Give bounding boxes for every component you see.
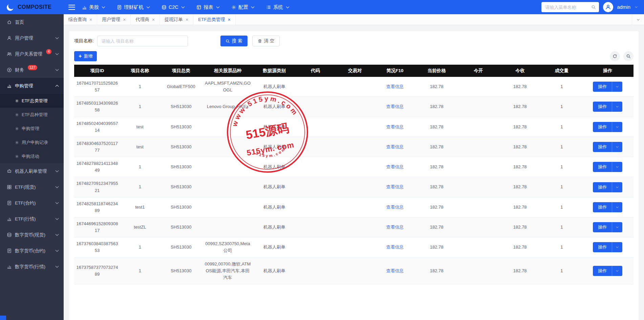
tab-etf-category-management[interactable]: ETF总类管理× [193,14,236,25]
view-info-link[interactable]: 查看信息 [386,268,404,273]
row-action-button[interactable]: 操作 [593,102,622,112]
add-button[interactable]: + 新增 [74,51,97,61]
cell-project-id: 1674825811874623489 [74,197,120,217]
cell-actions: 操作 [582,157,634,177]
refresh-button[interactable] [610,51,620,61]
logo[interactable]: COMPOSITE [0,0,64,14]
sidebar-item-label: 用户关系管理 [15,51,42,57]
tab-agents[interactable]: 代理商× [131,14,160,25]
sidebar-subitem-etf-variety-management[interactable]: ETF品种管理 [0,108,64,122]
grid-icon [7,185,12,190]
sidebar-subitem-subscription-manage[interactable]: 申购管理 [0,122,64,135]
cell-project-id: 1673758737707327489 [74,257,120,284]
sidebar-item-etf-contract[interactable]: ETF(合约) [0,195,64,211]
tab-withdrawal-orders[interactable]: 提现订单× [160,14,193,25]
cell-current-price: 182.78 [415,137,458,157]
row-action-button[interactable]: 操作 [593,182,622,192]
nav-menu-item-c2c[interactable]: C2C [162,4,186,10]
cell-actions: 操作 [582,97,634,117]
etf-table: 项目ID项目名称项目总类相关股票品种数据源类别代码交易对简况F10当前价格今开今… [74,65,634,284]
view-info-link[interactable]: 查看信息 [386,144,404,149]
row-action-button[interactable]: 操作 [593,82,622,92]
table-row: 16748503134309826581SH513030Lenovo Group… [74,97,634,117]
row-action-button[interactable]: 操作 [593,122,622,132]
nav-menu-item-system[interactable]: 系统 [266,4,290,10]
cell-trade-pair [335,257,375,284]
tab-close-icon[interactable]: × [89,17,92,22]
cell-current-price: 182.78 [415,257,458,284]
tab-comprehensive-query[interactable]: 综合查询× [64,14,97,25]
sidebar-item-subscription-management[interactable]: 申购管理 [0,78,64,94]
sidebar-item-etf-spot[interactable]: ETF(现货) [0,179,64,195]
sidebar-subitem-subscription-activity[interactable]: 申购活动 [0,149,64,163]
sidebar-item-etf-market[interactable]: ETF(行情) [0,211,64,227]
sidebar-item-crypto-market[interactable]: 数字货币(行情) [0,259,64,275]
tab-close-icon[interactable]: × [152,17,155,22]
menu-collapse-icon[interactable] [68,5,75,10]
avatar[interactable] [603,2,613,12]
sidebar-item-robot-order-management[interactable]: 机器人刷单管理 [0,163,64,179]
user-name[interactable]: admin [617,4,631,10]
row-action-button[interactable]: 操作 [593,222,622,232]
sidebar-item-crypto-contract[interactable]: 数字货币(合约) [0,243,64,259]
cell-project-name: test1 [120,197,160,217]
user-menu-chevron-icon[interactable] [635,5,638,9]
sidebar-subitem-user-subscription-records[interactable]: 用户申购记录 [0,135,64,149]
cell-data-source: 机器人刷单 [253,97,296,117]
view-info-link[interactable]: 查看信息 [386,84,404,89]
project-name-input[interactable] [97,36,188,46]
view-info-link[interactable]: 查看信息 [386,164,404,169]
view-info-link[interactable]: 查看信息 [386,184,404,189]
row-action-button[interactable]: 操作 [593,142,622,152]
sidebar-collapse-button[interactable] [0,316,6,320]
chevron-down-icon [55,67,60,72]
sidebar-item-crypto-spot[interactable]: 数字货币(现货) [0,227,64,243]
cell-stocks: Lenovo Group ,HKEx [202,97,253,117]
tab-close-icon[interactable]: × [123,17,126,22]
search-button[interactable]: 搜 索 [220,36,248,46]
cell-open [458,217,499,237]
cell-data-source: 机器人刷单 [253,257,296,284]
sidebar-item-user-relation-management[interactable]: 用户关系管理4 [0,46,64,62]
row-action-button[interactable]: 操作 [593,162,622,172]
cell-open [458,137,499,157]
sidebar-item-home[interactable]: 首页 [0,14,64,30]
menu-search-input[interactable] [541,2,599,12]
nav-menu-item-us-stocks[interactable]: 美股 [82,4,106,10]
view-info-link[interactable]: 查看信息 [386,124,404,129]
table-row: 1674825811874623489test1SH513030机器人刷单查看信… [74,197,634,217]
chevron-down-icon [55,216,60,221]
sidebar-item-finance[interactable]: 财务127 [0,62,64,78]
chevron-down-icon [616,269,619,273]
nav-menu-item-config[interactable]: 配置 [231,4,255,10]
nav-menu-item-reports[interactable]: 报表 [196,4,220,10]
menu-search [541,2,599,12]
logo-swoosh-icon [5,2,15,12]
view-info-link[interactable]: 查看信息 [386,104,404,109]
cell-project-id: 1674850240403955714 [74,117,120,137]
row-action-button[interactable]: 操作 [593,202,622,212]
gear-icon [15,141,19,145]
tab-close-icon[interactable]: × [228,17,231,22]
cell-project-name: 1 [120,237,160,257]
doc-icon [7,200,12,206]
view-info-link[interactable]: 查看信息 [386,225,404,230]
nav-menu-item-wealth-mining[interactable]: 理财矿机 [117,4,151,10]
tab-overflow-button[interactable] [632,14,644,25]
clear-button[interactable]: 清 空 [252,36,280,46]
cell-stocks: 00992,00700,微软,ATMOS能源,丰田汽车,本田汽车 [202,257,253,284]
view-info-link[interactable]: 查看信息 [386,244,404,250]
sidebar-item-user-management[interactable]: 用户管理 [0,30,64,46]
cell-current-price: 182.78 [415,197,458,217]
row-action-button[interactable]: 操作 [593,242,622,252]
search-icon[interactable] [591,5,596,9]
cell-data-source: 机器人刷单 [253,117,296,137]
row-action-button[interactable]: 操作 [593,266,622,276]
tab-close-icon[interactable]: × [186,17,188,22]
view-info-link[interactable]: 查看信息 [386,205,404,210]
sidebar-subitem-etf-category-management[interactable]: ETF总类管理 [0,94,64,108]
tab-user-management[interactable]: 用户管理× [97,14,131,25]
sidebar-subitem-label: ETF品种管理 [22,112,48,118]
toggle-search-button[interactable] [623,51,634,61]
chevron-down-icon [616,105,619,108]
